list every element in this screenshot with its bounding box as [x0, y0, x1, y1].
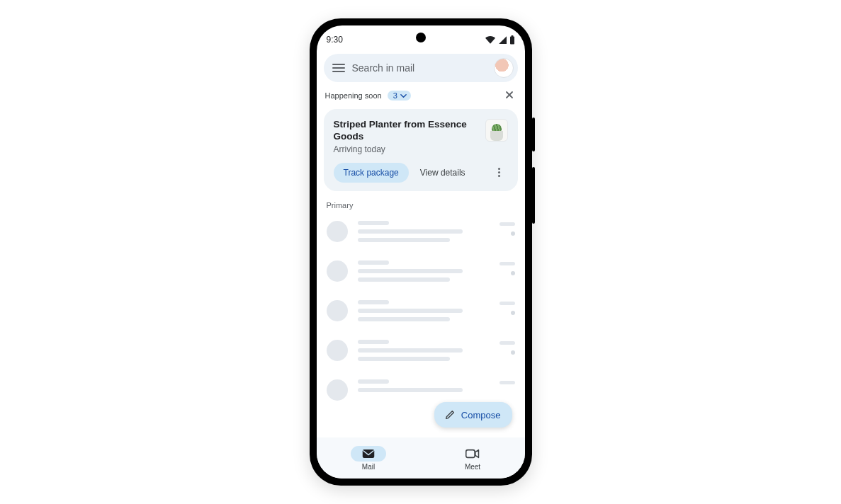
- package-title: Striped Planter from Essence Goods: [334, 119, 478, 143]
- account-avatar[interactable]: [494, 58, 514, 78]
- list-item[interactable]: [327, 253, 515, 293]
- phone-frame: 9:30 Search in mai: [310, 18, 532, 486]
- cell-signal-icon: [498, 35, 507, 44]
- skeleton-time: [499, 341, 515, 345]
- happening-soon-count: 3: [393, 91, 397, 100]
- volume-button: [532, 167, 535, 224]
- skeleton-dot: [511, 311, 515, 315]
- avatar-placeholder: [327, 260, 348, 282]
- package-subtitle: Arriving today: [334, 144, 478, 154]
- skeleton-time: [499, 381, 515, 384]
- skeleton-line: [358, 277, 450, 282]
- planter-icon: [490, 131, 503, 141]
- screen: 9:30 Search in mai: [317, 25, 525, 479]
- track-package-button[interactable]: Track package: [334, 163, 409, 183]
- skeleton-line: [358, 221, 390, 225]
- skeleton-line: [358, 317, 450, 321]
- svg-rect-3: [466, 449, 475, 457]
- front-camera: [416, 33, 426, 42]
- wifi-icon: [485, 35, 495, 44]
- mail-icon: [362, 449, 375, 459]
- skeleton-line: [358, 269, 463, 273]
- svg-rect-2: [363, 449, 375, 458]
- list-item[interactable]: [327, 293, 515, 333]
- svg-rect-0: [510, 36, 514, 44]
- compose-button[interactable]: Compose: [434, 402, 512, 428]
- skeleton-line: [358, 388, 463, 392]
- search-placeholder: Search in mail: [352, 62, 487, 74]
- package-thumbnail: [485, 119, 508, 142]
- avatar-placeholder: [327, 340, 348, 361]
- skeleton-dot: [511, 350, 515, 355]
- skeleton-time: [499, 302, 515, 305]
- status-time: 9:30: [327, 35, 343, 45]
- more-options-icon[interactable]: [491, 165, 508, 180]
- package-card[interactable]: Striped Planter from Essence Goods Arriv…: [324, 109, 518, 191]
- battery-icon: [509, 35, 515, 45]
- skeleton-line: [358, 357, 450, 361]
- skeleton-time: [499, 262, 515, 265]
- skeleton-time: [499, 222, 515, 226]
- compose-label: Compose: [461, 410, 501, 420]
- skeleton-line: [358, 260, 390, 265]
- skeleton-dot: [511, 231, 515, 236]
- message-list[interactable]: [317, 214, 525, 412]
- avatar-placeholder: [327, 300, 348, 321]
- pencil-icon: [444, 409, 456, 420]
- svg-rect-1: [511, 35, 513, 37]
- skeleton-line: [358, 348, 463, 353]
- skeleton-line: [358, 309, 463, 313]
- video-icon: [465, 449, 480, 459]
- search-bar[interactable]: Search in mail: [324, 54, 518, 82]
- skeleton-line: [358, 379, 390, 384]
- avatar-placeholder: [327, 379, 348, 401]
- avatar-placeholder: [327, 221, 348, 242]
- nav-mail[interactable]: Mail: [317, 437, 421, 479]
- skeleton-line: [358, 300, 390, 304]
- chevron-down-icon: [400, 93, 407, 99]
- happening-soon-row: Happening soon 3: [317, 88, 525, 106]
- list-item[interactable]: [327, 214, 515, 253]
- view-details-button[interactable]: View details: [417, 164, 468, 182]
- power-button: [532, 118, 535, 151]
- happening-soon-chip[interactable]: 3: [388, 91, 411, 101]
- happening-soon-label: Happening soon: [325, 91, 382, 100]
- nav-meet-label: Meet: [465, 463, 480, 471]
- nav-meet[interactable]: Meet: [421, 437, 525, 479]
- primary-section-label: Primary: [317, 200, 525, 214]
- close-icon[interactable]: [504, 89, 517, 102]
- skeleton-dot: [511, 271, 515, 275]
- bottom-nav: Mail Meet: [317, 437, 525, 479]
- menu-icon[interactable]: [332, 64, 345, 72]
- skeleton-line: [358, 229, 463, 234]
- skeleton-line: [358, 238, 450, 242]
- skeleton-line: [358, 340, 390, 344]
- nav-mail-label: Mail: [362, 463, 375, 471]
- list-item[interactable]: [327, 333, 515, 372]
